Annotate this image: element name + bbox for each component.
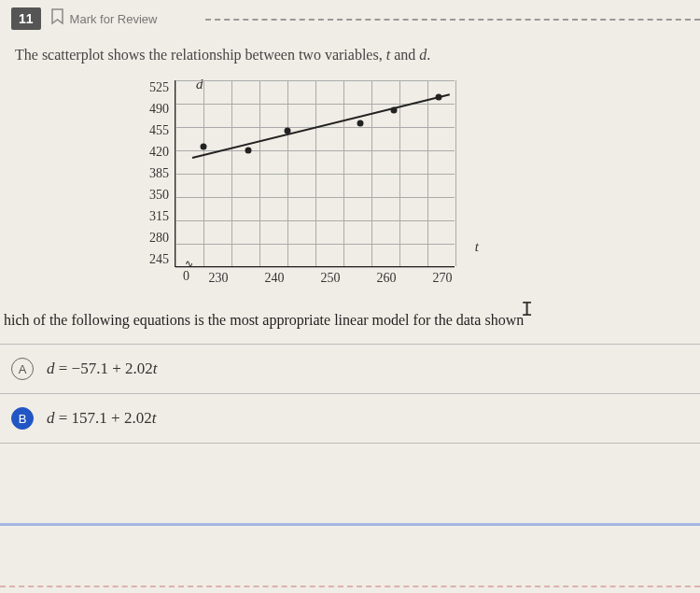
grid-line-horizontal (175, 220, 455, 221)
y-tick-label: 280 (149, 231, 169, 246)
grid-line-horizontal (175, 244, 455, 245)
y-axis-ticks: 525490455420385350315280245 (149, 80, 175, 267)
question-header: 11 Mark for Review (0, 0, 700, 37)
bottom-dashed-divider (0, 586, 700, 587)
data-point (245, 148, 252, 154)
y-tick-label: 490 (149, 102, 169, 117)
y-tick-label: 420 (149, 145, 169, 160)
mark-for-review-toggle[interactable]: Mark for Review (50, 8, 158, 29)
answer-equation: d = 157.1 + 2.02t (47, 409, 156, 428)
x-tick-label: 250 (321, 271, 341, 286)
origin-label: 0 (183, 269, 189, 284)
data-point (391, 107, 398, 114)
y-tick-label: 350 (149, 188, 169, 203)
x-axis-label: t (475, 239, 479, 255)
y-tick-label: 245 (149, 252, 169, 267)
x-tick-label: 230 (209, 271, 229, 286)
question-text: The scatterplot shows the relationship b… (0, 37, 700, 67)
data-point (357, 120, 364, 127)
data-point (201, 144, 207, 150)
choice-letter-circle: B (11, 407, 34, 430)
x-tick-label: 270 (433, 271, 453, 286)
grid-line-horizontal (175, 174, 455, 175)
y-tick-label: 315 (149, 209, 169, 224)
answer-choice-b[interactable]: Bd = 157.1 + 2.02t (0, 393, 700, 444)
header-dashed-divider (205, 19, 700, 21)
y-tick-label: 525 (149, 80, 169, 95)
grid-line-horizontal (175, 80, 455, 81)
choice-letter-circle: A (11, 358, 34, 380)
x-tick-label: 240 (265, 271, 285, 286)
bookmark-icon (50, 8, 64, 29)
sub-question-text: hich of the following equations is the m… (0, 288, 700, 344)
data-point (436, 93, 442, 100)
plot-area: ∿ t (175, 80, 455, 267)
scatterplot-chart: d 525490455420385350315280245 ∿ t 0 2302… (149, 80, 504, 288)
x-tick-label: 260 (377, 271, 397, 286)
answer-choices: Ad = −57.1 + 2.02tBd = 157.1 + 2.02t (0, 344, 700, 444)
y-tick-label: 385 (149, 166, 169, 181)
answer-choice-a[interactable]: Ad = −57.1 + 2.02t (0, 344, 700, 393)
mark-label: Mark for Review (70, 12, 158, 26)
text-cursor-mark: I (521, 299, 533, 322)
data-point (285, 127, 291, 134)
grid-line-vertical (455, 80, 456, 266)
y-tick-label: 455 (149, 123, 169, 138)
question-number-badge: 11 (11, 7, 41, 30)
selection-highlight-bar (0, 523, 700, 526)
grid-line-horizontal (175, 197, 455, 198)
x-axis-ticks: 230240250260270 (190, 267, 470, 271)
answer-equation: d = −57.1 + 2.02t (47, 360, 158, 378)
